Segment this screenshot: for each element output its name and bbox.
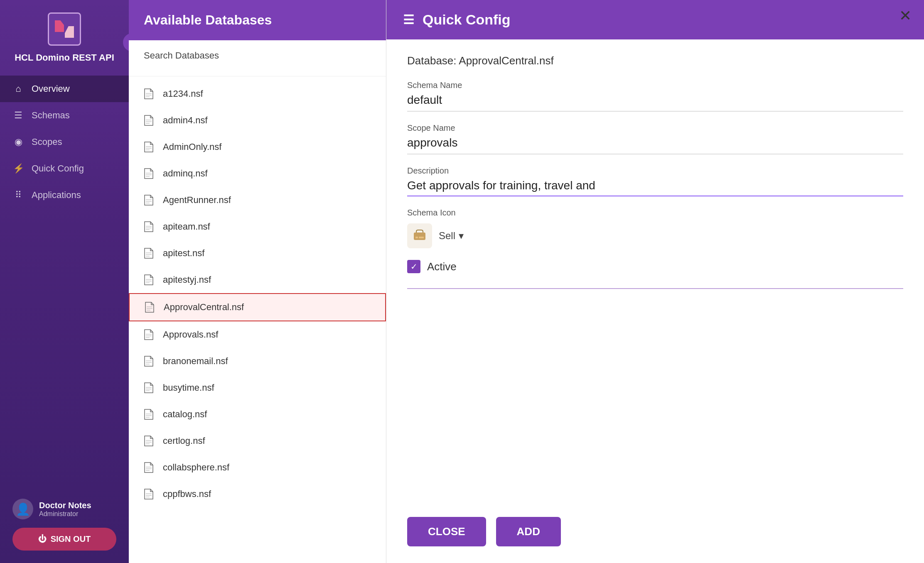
close-button-label: CLOSE <box>428 525 465 538</box>
active-label: Active <box>427 260 457 273</box>
db-name: Approvals.nsf <box>163 329 218 340</box>
db-list-item[interactable]: admin4.nsf <box>129 107 386 134</box>
file-icon <box>144 168 155 179</box>
file-icon <box>144 462 155 473</box>
svg-rect-55 <box>415 237 418 238</box>
qc-db-name: Database: ApprovalCentral.nsf <box>407 54 903 67</box>
db-list-item[interactable]: apitest.nsf <box>129 240 386 267</box>
sidebar-item-label: Quick Config <box>32 163 84 174</box>
logo-icon <box>54 19 75 39</box>
scope-name-group: Scope Name approvals <box>407 123 903 154</box>
sidebar-logo <box>48 12 81 46</box>
db-name: ApprovalCentral.nsf <box>164 302 244 313</box>
schema-icon-select[interactable]: Sell ▾ <box>439 230 464 242</box>
db-name: catalog.nsf <box>163 409 207 420</box>
sidebar-item-applications[interactable]: ⠿ Applications <box>0 182 129 208</box>
schema-icon-label: Schema Icon <box>407 208 903 218</box>
db-list-item[interactable]: collabsphere.nsf <box>129 454 386 481</box>
add-button-label: ADD <box>517 525 540 538</box>
sidebar-bottom: 👤 Doctor Notes Administrator ⏻ SIGN OUT <box>0 490 129 563</box>
add-button[interactable]: ADD <box>496 517 561 546</box>
close-button[interactable]: CLOSE <box>407 517 486 546</box>
schema-name-group: Schema Name default <box>407 81 903 112</box>
description-label: Description <box>407 166 903 176</box>
file-icon <box>144 221 155 233</box>
db-name: branonemail.nsf <box>163 356 228 367</box>
sign-out-button[interactable]: ⏻ SIGN OUT <box>12 528 116 551</box>
file-icon <box>144 355 155 367</box>
schema-icon-box <box>407 223 432 248</box>
db-list-item[interactable]: busytime.nsf <box>129 375 386 401</box>
db-list-item[interactable]: adminq.nsf <box>129 160 386 187</box>
sign-out-label: SIGN OUT <box>51 534 91 544</box>
divider <box>407 288 903 289</box>
user-name: Doctor Notes <box>39 501 91 510</box>
db-name: cppfbws.nsf <box>163 489 211 499</box>
db-name: busytime.nsf <box>163 382 214 393</box>
file-icon <box>144 141 155 153</box>
file-icon <box>144 247 155 259</box>
qc-header-icon: ☰ <box>403 12 414 27</box>
db-list-item[interactable]: ApprovalCentral.nsf <box>129 293 386 321</box>
active-checkbox-row[interactable]: ✓ Active <box>407 260 903 273</box>
sidebar-item-scopes[interactable]: ◉ Scopes <box>0 129 129 155</box>
active-checkbox[interactable]: ✓ <box>407 260 420 273</box>
db-list-item[interactable]: apitestyj.nsf <box>129 267 386 293</box>
sidebar-item-label: Overview <box>32 83 70 94</box>
avatar: 👤 <box>12 499 33 519</box>
description-input[interactable] <box>407 179 903 196</box>
qc-buttons: CLOSE ADD <box>386 517 924 563</box>
db-list-item[interactable]: branonemail.nsf <box>129 348 386 375</box>
qc-body: Database: ApprovalCentral.nsf Schema Nam… <box>386 39 924 517</box>
home-icon: ⌂ <box>12 83 24 95</box>
icon-name: Sell <box>439 230 455 242</box>
db-list-item[interactable]: a1234.nsf <box>129 81 386 107</box>
db-name: AgentRunner.nsf <box>163 195 231 206</box>
db-panel-header: Available Databases <box>129 0 386 40</box>
db-list[interactable]: a1234.nsf admin4.nsf <box>129 76 386 563</box>
sidebar-item-label: Applications <box>32 190 81 201</box>
db-list-item[interactable]: cppfbws.nsf <box>129 481 386 507</box>
available-databases-panel: Available Databases Search Databases a12… <box>129 0 386 563</box>
db-list-item[interactable]: certlog.nsf <box>129 428 386 454</box>
file-icon <box>144 435 155 447</box>
file-icon <box>144 382 155 394</box>
db-name: collabsphere.nsf <box>163 462 229 473</box>
db-name: apitest.nsf <box>163 248 204 259</box>
sell-icon <box>412 228 427 243</box>
dialog-wrapper: Available Databases Search Databases a12… <box>129 0 924 563</box>
sidebar-item-quickconfig[interactable]: ⚡ Quick Config <box>0 155 129 182</box>
sidebar-item-overview[interactable]: ⌂ Overview <box>0 76 129 102</box>
scope-icon: ◉ <box>12 136 24 148</box>
db-name: a1234.nsf <box>163 88 203 99</box>
qc-header-label: Quick Config <box>423 12 511 28</box>
db-list-item[interactable]: Approvals.nsf <box>129 321 386 348</box>
grid-icon: ⠿ <box>12 189 24 201</box>
file-icon <box>144 274 155 286</box>
logo-right-shape <box>65 26 74 38</box>
close-x-button[interactable]: ✕ <box>899 8 912 23</box>
user-info: 👤 Doctor Notes Administrator <box>12 499 116 519</box>
db-name: admin4.nsf <box>163 115 208 126</box>
db-search-area: Search Databases <box>129 40 386 76</box>
sidebar-title: HCL Domino REST API <box>6 52 123 63</box>
file-icon <box>144 329 155 340</box>
sidebar-item-schemas[interactable]: ☰ Schemas <box>0 102 129 129</box>
db-search-label: Search Databases <box>144 50 371 61</box>
file-icon <box>144 488 155 500</box>
file-icon <box>144 194 155 206</box>
db-list-item[interactable]: catalog.nsf <box>129 401 386 428</box>
svg-rect-56 <box>419 237 424 238</box>
db-list-item[interactable]: AdminOnly.nsf <box>129 134 386 160</box>
schema-name-label: Schema Name <box>407 81 903 90</box>
db-name: AdminOnly.nsf <box>163 142 221 152</box>
user-details: Doctor Notes Administrator <box>39 501 91 518</box>
quick-config-panel: ✕ ☰ Quick Config Database: ApprovalCentr… <box>386 0 924 563</box>
lightning-icon: ⚡ <box>12 163 24 174</box>
scope-name-label: Scope Name <box>407 123 903 133</box>
db-list-item[interactable]: AgentRunner.nsf <box>129 187 386 213</box>
db-list-item[interactable]: apiteam.nsf <box>129 213 386 240</box>
qc-header: ☰ Quick Config <box>386 0 924 39</box>
list-icon: ☰ <box>12 110 24 121</box>
description-group: Description <box>407 166 903 196</box>
